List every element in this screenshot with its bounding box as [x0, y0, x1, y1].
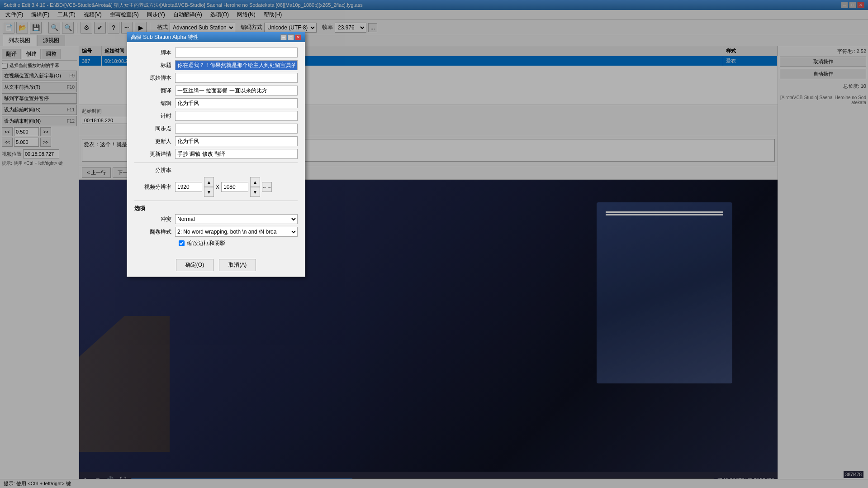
- collision-select[interactable]: Normal Reverse: [175, 214, 298, 224]
- modal-title: 高级 Sub Station Alpha 特性: [131, 33, 199, 41]
- res-x-spinner: ▲ ▼: [204, 177, 214, 197]
- res-x-input[interactable]: [175, 182, 202, 192]
- resolution-section-label: 分辨率: [134, 167, 175, 174]
- modal-titlebar: 高级 Sub Station Alpha 特性 ─ □ ✕: [127, 32, 305, 42]
- title-row: 标题: [134, 60, 298, 70]
- script-input[interactable]: [175, 48, 298, 57]
- timing-label: 计时: [134, 112, 175, 120]
- resolution-inputs: ▲ ▼ X ▲ ▼ ←→: [175, 177, 272, 197]
- wrap-style-row: 翻卷样式 2: No word wrapping, both \n and \N…: [134, 227, 298, 237]
- wrap-style-select[interactable]: 2: No word wrapping, both \n and \N brea…: [175, 227, 298, 237]
- editor-label: 编辑: [134, 100, 175, 107]
- shrink-checkbox[interactable]: [179, 240, 185, 246]
- divider-1: [134, 163, 298, 163]
- sync-row: 同步点: [134, 124, 298, 134]
- res-y-input[interactable]: [221, 182, 248, 192]
- title-label: 标题: [134, 62, 175, 69]
- original-input[interactable]: [175, 73, 298, 83]
- res-x-down[interactable]: ▼: [204, 187, 214, 197]
- translation-label: 翻译: [134, 87, 175, 95]
- video-res-row: 视频分辨率 ▲ ▼ X ▲ ▼ ←→: [134, 177, 298, 197]
- resolution-section-row: 分辨率: [134, 167, 298, 174]
- updater-label: 更新人: [134, 138, 175, 145]
- properties-section-label: 选项: [134, 205, 298, 212]
- res-y-down[interactable]: ▼: [250, 187, 260, 197]
- res-x-up[interactable]: ▲: [204, 177, 214, 187]
- editor-input[interactable]: [175, 98, 298, 108]
- script-label: 脚本: [134, 49, 175, 57]
- collision-row: 冲突 Normal Reverse: [134, 214, 298, 224]
- modal-content: 脚本 标题 原始脚本 翻译 编辑 计时: [127, 42, 305, 255]
- modal-ok-button[interactable]: 确定(O): [176, 259, 213, 271]
- original-label: 原始脚本: [134, 74, 175, 82]
- translation-row: 翻译: [134, 86, 298, 96]
- res-y-up[interactable]: ▲: [250, 177, 260, 187]
- divider-2: [134, 201, 298, 201]
- translation-input[interactable]: [175, 86, 298, 96]
- updater-row: 更新人: [134, 136, 298, 146]
- original-row: 原始脚本: [134, 73, 298, 83]
- modal-titlebar-buttons: ─ □ ✕: [280, 34, 301, 40]
- modal-footer: 确定(O) 取消(A): [127, 255, 305, 277]
- modal-maximize-button[interactable]: □: [288, 34, 294, 40]
- update-details-row: 更新详情: [134, 149, 298, 159]
- modal-minimize-button[interactable]: ─: [280, 34, 287, 40]
- modal-dialog: 高级 Sub Station Alpha 特性 ─ □ ✕ 脚本 标题 原始脚本: [127, 32, 305, 277]
- timing-row: 计时: [134, 111, 298, 121]
- res-x-label: X: [216, 184, 219, 190]
- update-details-input[interactable]: [175, 149, 298, 159]
- wrap-style-label: 翻卷样式: [134, 228, 175, 236]
- collision-label: 冲突: [134, 215, 175, 223]
- shrink-label: 缩放边框和阴影: [187, 239, 225, 247]
- res-apply-button[interactable]: ←→: [262, 182, 272, 192]
- shrink-checkbox-row: 缩放边框和阴影: [179, 239, 298, 247]
- res-y-spinner: ▲ ▼: [250, 177, 260, 197]
- sync-input[interactable]: [175, 124, 298, 134]
- script-row: 脚本: [134, 48, 298, 57]
- modal-cancel-button[interactable]: 取消(A): [219, 259, 256, 271]
- video-res-label: 视频分辨率: [134, 183, 175, 191]
- updater-input[interactable]: [175, 136, 298, 146]
- modal-close-button[interactable]: ✕: [295, 34, 301, 40]
- editor-row: 编辑: [134, 98, 298, 108]
- title-input[interactable]: [175, 60, 298, 70]
- modal-overlay: 高级 Sub Station Alpha 特性 ─ □ ✕ 脚本 标题 原始脚本: [0, 0, 868, 488]
- timing-input[interactable]: [175, 111, 298, 121]
- update-details-label: 更新详情: [134, 150, 175, 158]
- sync-label: 同步点: [134, 125, 175, 133]
